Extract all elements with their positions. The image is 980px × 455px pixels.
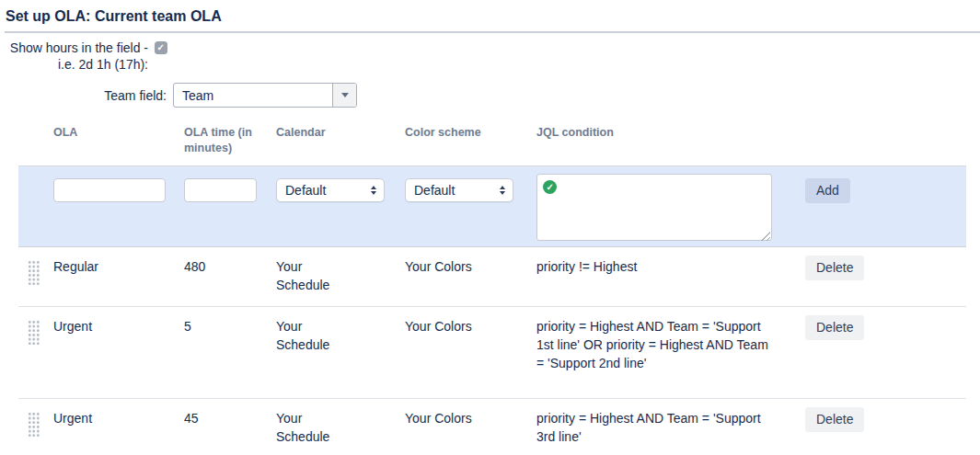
show-hours-label-line2: i.e. 2d 1h (17h):	[58, 57, 148, 72]
row-color-scheme: Your Colors	[405, 317, 536, 336]
new-ola-name-input[interactable]	[53, 178, 166, 202]
ola-settings-form: Show hours in the field - i.e. 2d 1h (17…	[5, 40, 980, 108]
show-hours-label-line1: Show hours in the field -	[10, 40, 148, 55]
row-calendar: Your Schedule	[276, 409, 352, 446]
new-ola-row: Default Default Add	[18, 165, 966, 247]
new-color-scheme-select[interactable]: Default	[405, 178, 513, 202]
table-row: Regular 480 Your Schedule Your Colors pr…	[18, 247, 966, 307]
row-ola-name: Urgent	[53, 409, 184, 427]
show-hours-label: Show hours in the field - i.e. 2d 1h (17…	[5, 40, 148, 73]
team-field-dropdown-button[interactable]	[332, 84, 356, 107]
show-hours-checkbox[interactable]	[155, 41, 167, 54]
ola-table: OLA OLA time (in minutes) Calendar Color…	[18, 119, 966, 455]
col-header-time: OLA time (in minutes)	[184, 125, 276, 156]
row-ola-name: Urgent	[53, 317, 184, 336]
row-color-scheme: Your Colors	[405, 257, 536, 276]
col-header-color-scheme: Color scheme	[405, 125, 536, 141]
ola-setup-page: Set up OLA: Current team OLA Show hours …	[0, 0, 980, 455]
row-ola-name: Regular	[53, 257, 184, 276]
col-header-ola: OLA	[53, 125, 184, 141]
new-jql-condition-textarea[interactable]	[536, 174, 772, 241]
table-header-row: OLA OLA time (in minutes) Calendar Color…	[18, 119, 966, 165]
new-jql-field-wrap	[536, 174, 772, 244]
add-button[interactable]: Add	[805, 178, 850, 203]
drag-handle-icon[interactable]	[28, 319, 40, 345]
row-calendar: Your Schedule	[276, 317, 352, 354]
col-header-calendar: Calendar	[276, 125, 405, 141]
new-color-scheme-selected-value: Default	[414, 183, 455, 198]
row-jql-condition: priority = Highest AND Team = 'Support 1…	[536, 317, 772, 372]
drag-handle-icon[interactable]	[28, 411, 40, 437]
table-row: Urgent 45 Your Schedule Your Colors prio…	[18, 399, 966, 455]
row-calendar: Your Schedule	[276, 257, 352, 294]
row-ola-time: 480	[184, 257, 276, 276]
team-field-selected-value: Team	[174, 88, 332, 103]
row-ola-time: 45	[184, 409, 276, 427]
team-field-label: Team field:	[5, 88, 173, 103]
delete-button[interactable]: Delete	[805, 407, 864, 432]
table-row: Urgent 5 Your Schedule Your Colors prior…	[18, 307, 966, 399]
row-color-scheme: Your Colors	[405, 409, 536, 427]
new-ola-time-input[interactable]	[184, 178, 257, 202]
show-hours-row: Show hours in the field - i.e. 2d 1h (17…	[5, 40, 980, 73]
row-jql-condition: priority = Highest AND Team = 'Support 3…	[536, 409, 772, 446]
select-updown-icon	[371, 186, 376, 195]
delete-button[interactable]: Delete	[805, 315, 864, 340]
drag-handle-icon[interactable]	[28, 259, 40, 285]
select-updown-icon	[500, 186, 505, 195]
new-calendar-select[interactable]: Default	[276, 178, 385, 202]
col-header-jql: JQL condition	[536, 125, 787, 141]
row-ola-time: 5	[184, 317, 276, 336]
page-title: Set up OLA: Current team OLA	[5, 7, 980, 33]
new-calendar-selected-value: Default	[285, 183, 326, 198]
chevron-down-icon	[341, 93, 349, 97]
team-field-select[interactable]: Team	[173, 83, 357, 108]
delete-button[interactable]: Delete	[805, 256, 864, 280]
jql-valid-check-icon	[543, 180, 557, 194]
row-jql-condition: priority != Highest	[536, 257, 772, 276]
team-field-row: Team field: Team	[5, 83, 980, 108]
